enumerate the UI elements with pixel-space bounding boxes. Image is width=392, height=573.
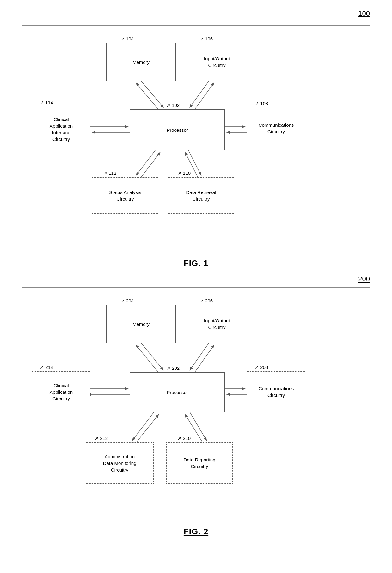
fig2-number: 200 <box>358 275 370 283</box>
comms-box-2: Communications Circuitry <box>247 371 305 412</box>
svg-line-21 <box>132 412 154 440</box>
fig2-caption: FIG. 2 <box>19 527 373 537</box>
memory-ref-2: ↗ 204 <box>120 298 134 304</box>
svg-line-3 <box>195 83 214 109</box>
processor-box-1: Processor <box>130 109 225 150</box>
comms-box-1: Communications Circuitry <box>247 108 305 149</box>
status-ref-1: ↗ 112 <box>103 170 116 176</box>
diagram2: Memory ↗ 204 Input/Output Circuitry ↗ 20… <box>22 287 370 521</box>
dataretrieval-box-1: Data Retrieval Circuitry <box>168 177 234 214</box>
io-ref-1: ↗ 106 <box>199 36 213 42</box>
io-box-2: Input/Output Circuitry <box>184 305 250 343</box>
svg-line-23 <box>190 412 206 440</box>
comms-ref-1: ↗ 108 <box>255 101 268 107</box>
adminmon-box-2: Administration Data Monitoring Circuitry <box>86 442 154 484</box>
svg-line-15 <box>195 345 214 372</box>
clinical-box-2: Clinical Application Circuitry <box>32 371 90 412</box>
io-ref-2: ↗ 206 <box>199 298 213 304</box>
svg-line-12 <box>141 343 163 370</box>
adminmon-ref-2: ↗ 212 <box>95 436 108 441</box>
clinical-ref-1: ↗ 114 <box>40 100 53 106</box>
fig1-caption: FIG. 1 <box>19 259 373 268</box>
svg-line-9 <box>136 150 155 175</box>
memory-box-1: Memory <box>106 43 176 81</box>
diagram1: Memory ↗ 104 Input/Output Circuitry ↗ 10… <box>22 25 370 253</box>
svg-line-14 <box>190 343 209 370</box>
svg-line-8 <box>141 153 160 177</box>
datareporting-box-2: Data Reporting Circuitry <box>166 442 233 484</box>
processor-ref-1: ↗ 102 <box>166 102 180 108</box>
clinical-box-1: Clinical Application Interface Circuitry <box>32 107 90 151</box>
processor-ref-2: ↗ 202 <box>166 365 180 371</box>
clinical-ref-2: ↗ 214 <box>40 364 53 370</box>
dataretrieval-ref-1: ↗ 110 <box>177 170 191 176</box>
processor-box-2: Processor <box>130 372 225 412</box>
memory-box-2: Memory <box>106 305 176 343</box>
fig1-number: 100 <box>358 9 370 18</box>
svg-line-1 <box>136 83 158 109</box>
svg-line-20 <box>136 415 158 442</box>
svg-line-0 <box>141 81 163 107</box>
svg-line-13 <box>136 345 158 372</box>
svg-line-2 <box>190 81 209 107</box>
memory-ref-1: ↗ 104 <box>120 36 134 42</box>
status-box-1: Status Analysis Circuitry <box>92 177 158 214</box>
comms-ref-2: ↗ 208 <box>255 364 268 370</box>
datareporting-ref-2: ↗ 210 <box>177 436 191 441</box>
io-box-1: Input/Output Circuitry <box>184 43 250 81</box>
